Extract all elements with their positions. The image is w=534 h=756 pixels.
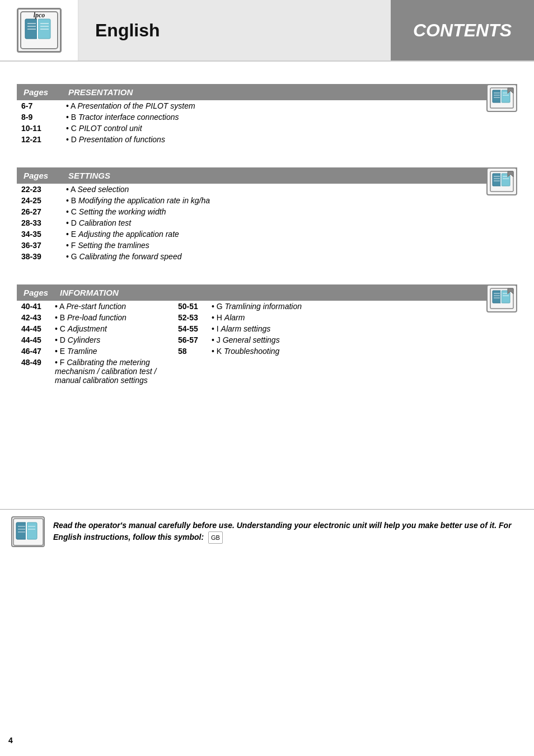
table-row: 40-41 • A Pre-start function 50-51 • G T… bbox=[17, 301, 517, 312]
page-number-cell: 22-23 bbox=[17, 184, 62, 195]
page-number-cell: 44-45 bbox=[17, 334, 50, 346]
presentation-header: Pages PRESENTATION bbox=[17, 84, 517, 100]
page-number-cell: 54-55 bbox=[174, 323, 207, 334]
svg-rect-43 bbox=[27, 522, 37, 539]
content-cell: • B Modifying the application rate in kg… bbox=[62, 195, 478, 206]
logo-section: lpco bbox=[0, 0, 78, 60]
information-section: Pages INFORMATION 40-41 • A Pre-start fu… bbox=[17, 284, 517, 386]
page-number-cell: 24-25 bbox=[17, 195, 62, 206]
content-cell: • B Pre-load function bbox=[50, 312, 174, 323]
table-row: 46-47 • E Tramline 58 • K Troubleshootin… bbox=[17, 346, 517, 357]
table-row: 44-45 • D Cylinders 56-57 • J General se… bbox=[17, 334, 517, 346]
page-icon bbox=[489, 87, 514, 109]
table-row: 28-33 • D Calibration test bbox=[17, 217, 517, 228]
table-row: 26-27 • C Setting the working width bbox=[17, 206, 517, 217]
contents-section: CONTENTS bbox=[391, 0, 534, 60]
page-number-cell: 58 bbox=[174, 346, 207, 357]
settings-section: Pages SETTINGS 22-23 • A Seed selection bbox=[17, 167, 517, 262]
table-row: 22-23 • A Seed selection bbox=[17, 184, 517, 195]
table-row: 48-49 • F Calibrating the metering mecha… bbox=[17, 357, 517, 386]
table-row: 44-45 • C Adjustment 54-55 • I Alarm set… bbox=[17, 323, 517, 334]
table-row: 24-25 • B Modifying the application rate… bbox=[17, 195, 517, 206]
pages-col-header: Pages bbox=[17, 167, 62, 184]
content-cell: • C PILOT control unit bbox=[62, 123, 478, 134]
information-header: Pages INFORMATION bbox=[17, 284, 517, 301]
table-row: 38-39 • G Calibrating the forward speed bbox=[17, 251, 517, 262]
table-row: 8-9 • B Tractor interface connections bbox=[17, 111, 517, 123]
presentation-title: PRESENTATION bbox=[62, 84, 478, 100]
settings-header: Pages SETTINGS bbox=[17, 167, 517, 184]
table-row: 36-37 • F Setting the tramlines bbox=[17, 240, 517, 251]
information-title: Pages INFORMATION bbox=[17, 284, 478, 301]
page-number-cell: 52-53 bbox=[174, 312, 207, 323]
page-number-cell: 56-57 bbox=[174, 334, 207, 346]
table-row: 10-11 • C PILOT control unit bbox=[17, 123, 517, 134]
presentation-table: Pages PRESENTATION 6-7 • A Presentation … bbox=[17, 84, 517, 145]
content-cell: • D Presentation of functions bbox=[62, 134, 478, 145]
page-number-cell: 10-11 bbox=[17, 123, 62, 134]
content-cell: • C Setting the working width bbox=[62, 206, 478, 217]
page-number-cell: 40-41 bbox=[17, 301, 50, 312]
footer-gb-symbol: GB bbox=[208, 531, 223, 544]
content-cell: • H Alarm bbox=[207, 312, 478, 323]
settings-table: Pages SETTINGS 22-23 • A Seed selection bbox=[17, 167, 517, 262]
contents-label: CONTENTS bbox=[413, 20, 512, 41]
logo-icon: lpco bbox=[20, 11, 59, 50]
content-cell: • E Tramline bbox=[50, 346, 174, 357]
main-content: Pages PRESENTATION 6-7 • A Presentation … bbox=[0, 62, 534, 397]
page-number-cell: 48-49 bbox=[17, 357, 50, 386]
svg-text:lpco: lpco bbox=[33, 11, 45, 19]
content-cell: • K Troubleshooting bbox=[207, 346, 478, 357]
content-cell: • F Calibrating the metering mechanism /… bbox=[50, 357, 174, 386]
pages-col-header: Pages bbox=[17, 84, 62, 100]
svg-rect-22 bbox=[493, 174, 501, 186]
page-number-cell: 28-33 bbox=[17, 217, 62, 228]
svg-rect-32 bbox=[493, 291, 501, 303]
content-cell: • A Seed selection bbox=[62, 184, 478, 195]
content-cell: • A Pre-start function bbox=[50, 301, 174, 312]
page-number: 4 bbox=[8, 736, 13, 745]
section-icon bbox=[486, 84, 517, 112]
footer-book-icon bbox=[13, 518, 44, 546]
content-cell: • B Tractor interface connections bbox=[62, 111, 478, 123]
content-cell: • G Calibrating the forward speed bbox=[62, 251, 478, 262]
content-cell: • D Cylinders bbox=[50, 334, 174, 346]
svg-rect-42 bbox=[16, 522, 26, 539]
table-row: 34-35 • E Adjusting the application rate bbox=[17, 228, 517, 240]
content-cell: • E Adjusting the application rate bbox=[62, 228, 478, 240]
page-number-cell: 34-35 bbox=[17, 228, 62, 240]
information-table: Pages INFORMATION 40-41 • A Pre-start fu… bbox=[17, 284, 517, 386]
language-label: English bbox=[95, 20, 160, 41]
section-icon bbox=[486, 284, 517, 312]
language-title: English bbox=[78, 0, 391, 60]
page-number-cell: 12-21 bbox=[17, 134, 62, 145]
page-icon bbox=[489, 287, 514, 310]
page-icon bbox=[489, 170, 514, 193]
content-cell: • D Calibration test bbox=[62, 217, 478, 228]
content-cell: • A Presentation of the PILOT system bbox=[62, 100, 478, 111]
table-row: 6-7 • A Presentation of the PILOT system bbox=[17, 100, 517, 111]
page-number-cell: 8-9 bbox=[17, 111, 62, 123]
page-number-cell: 36-37 bbox=[17, 240, 62, 251]
content-cell: • I Alarm settings bbox=[207, 323, 478, 334]
content-cell: • G Tramlining information bbox=[207, 301, 478, 312]
page-number-cell: 26-27 bbox=[17, 206, 62, 217]
table-row: 12-21 • D Presentation of functions bbox=[17, 134, 517, 145]
footer: Read the operator's manual carefully bef… bbox=[0, 509, 534, 554]
page-number-cell: 50-51 bbox=[174, 301, 207, 312]
content-cell: • C Adjustment bbox=[50, 323, 174, 334]
footer-icon bbox=[11, 516, 45, 547]
section-icon bbox=[486, 167, 517, 195]
page-number-cell: 42-43 bbox=[17, 312, 50, 323]
content-cell: • J General settings bbox=[207, 334, 478, 346]
footer-text: Read the operator's manual carefully bef… bbox=[53, 520, 523, 544]
logo-box: lpco bbox=[17, 8, 62, 53]
content-cell: • F Setting the tramlines bbox=[62, 240, 478, 251]
page-number-cell: 6-7 bbox=[17, 100, 62, 111]
page-number-cell: 46-47 bbox=[17, 346, 50, 357]
presentation-section: Pages PRESENTATION 6-7 • A Presentation … bbox=[17, 84, 517, 145]
settings-title: SETTINGS bbox=[62, 167, 478, 184]
header: lpco English CONTENTS bbox=[0, 0, 534, 62]
svg-rect-12 bbox=[493, 90, 501, 102]
table-row: 42-43 • B Pre-load function 52-53 • H Al… bbox=[17, 312, 517, 323]
